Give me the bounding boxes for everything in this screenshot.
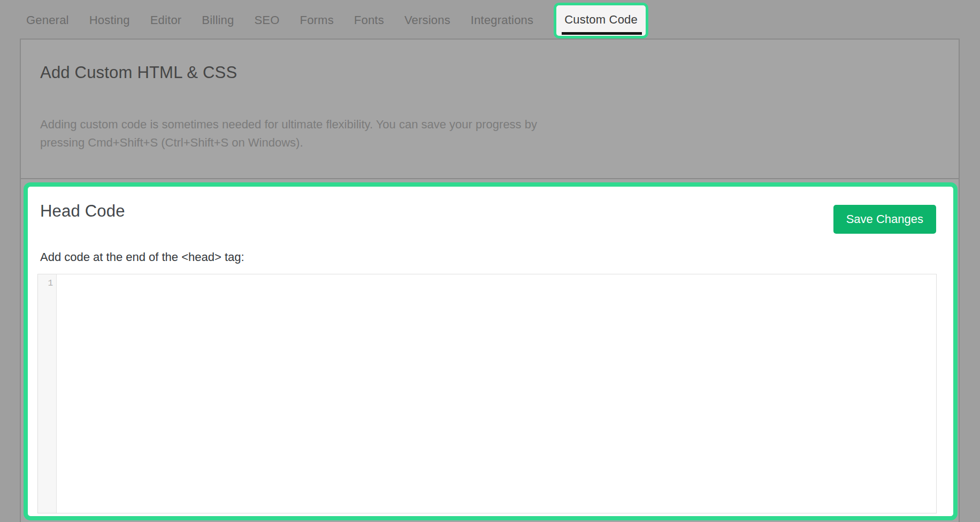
- tab-hosting[interactable]: Hosting: [89, 13, 130, 27]
- section-description-line2: pressing Cmd+Shift+S (Ctrl+Shift+S on Wi…: [40, 134, 596, 152]
- save-changes-button[interactable]: Save Changes: [833, 205, 936, 234]
- line-number: 1: [48, 279, 53, 288]
- settings-tab-bar: GeneralHostingEditorBillingSEOFormsFonts…: [26, 0, 648, 41]
- tab-seo[interactable]: SEO: [254, 13, 279, 27]
- tab-forms[interactable]: Forms: [300, 13, 334, 27]
- editor-line-number-gutter: 1: [38, 274, 57, 513]
- add-custom-html-css-section: Add Custom HTML & CSS Adding custom code…: [21, 40, 959, 179]
- head-code-editor-label: Add code at the end of the <head> tag:: [40, 250, 244, 264]
- tab-versions[interactable]: Versions: [404, 13, 450, 27]
- tab-custom-code[interactable]: Custom Code: [554, 3, 648, 39]
- tab-general[interactable]: General: [26, 13, 69, 27]
- tab-billing[interactable]: Billing: [202, 13, 234, 27]
- section-title: Add Custom HTML & CSS: [40, 63, 939, 82]
- head-code-section: Head Code Save Changes Add code at the e…: [24, 182, 958, 520]
- tab-integrations[interactable]: Integrations: [471, 13, 533, 27]
- head-code-title: Head Code: [40, 202, 125, 221]
- tab-editor[interactable]: Editor: [150, 13, 182, 27]
- section-description-line1: Adding custom code is sometimes needed f…: [40, 116, 596, 134]
- head-code-editor[interactable]: 1: [37, 274, 937, 513]
- head-code-input[interactable]: [57, 274, 936, 513]
- tab-fonts[interactable]: Fonts: [354, 13, 384, 27]
- section-description: Adding custom code is sometimes needed f…: [40, 116, 596, 152]
